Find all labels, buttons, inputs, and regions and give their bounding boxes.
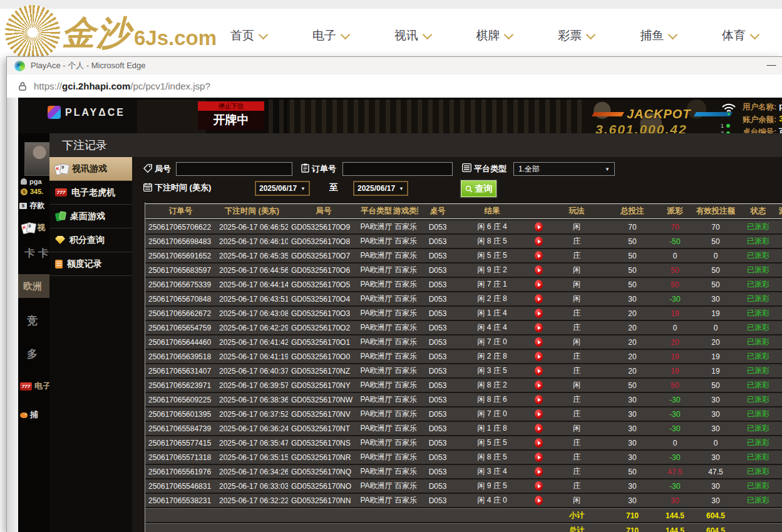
chevron-down-icon xyxy=(586,29,596,39)
cell-result: 闲 5 庄 5 xyxy=(457,249,527,262)
slots-fragment[interactable]: 777 电子 xyxy=(20,381,51,392)
card-games-fragment[interactable]: 卡 卡 xyxy=(24,246,49,260)
platform-select[interactable]: 1.全部 ▼ xyxy=(513,162,615,176)
coin-icon: $ xyxy=(21,188,28,195)
sidebar-item-桌面游戏[interactable]: 桌面游戏 xyxy=(49,205,132,228)
deposit-button[interactable]: $ 存款 xyxy=(19,200,44,211)
replay-icon[interactable] xyxy=(535,265,543,275)
cell-status: 已派彩 xyxy=(743,451,774,464)
cell-platform: PA欧洲厅 xyxy=(359,335,393,349)
cell-status: 已派彩 xyxy=(743,292,774,305)
replay-icon[interactable] xyxy=(535,467,543,476)
replay-icon[interactable] xyxy=(535,438,543,448)
window-titlebar[interactable]: PlayAce - 个人 - Microsoft Edge — xyxy=(7,57,782,74)
sun-logo-icon xyxy=(5,5,60,60)
nav-item-棋牌[interactable]: 棋牌 xyxy=(476,28,512,44)
replay-icon[interactable] xyxy=(535,323,543,332)
subtotal-cell: 710 xyxy=(604,508,661,522)
multi-table-fragment[interactable]: 多 xyxy=(27,347,38,361)
nav-item-彩票[interactable]: 彩票 xyxy=(558,28,594,44)
url-bar[interactable]: https://gci.2hhapi.com/pc/pcv1/index.jsp… xyxy=(7,74,782,98)
cell-platform: PA欧洲厅 xyxy=(359,393,393,406)
cell-payout: -50 xyxy=(661,235,689,248)
search-button-label: 查询 xyxy=(475,183,493,195)
cell-payout: 19 xyxy=(661,364,689,377)
cell-result: 闲 1 庄 4 xyxy=(457,307,527,320)
replay-icon[interactable] xyxy=(535,381,543,390)
cell-table-no: D053 xyxy=(418,350,457,363)
replay-icon[interactable] xyxy=(535,453,543,462)
cell-result: 闲 7 庄 0 xyxy=(457,407,527,421)
replay-icon[interactable] xyxy=(535,366,543,376)
cell-result: 闲 3 庄 5 xyxy=(457,364,527,377)
cell-result: 闲 8 庄 2 xyxy=(457,379,527,392)
cell-payout: 0 xyxy=(661,436,689,449)
replay-icon[interactable] xyxy=(535,237,543,246)
video-tab-fragment[interactable]: K9 视 xyxy=(22,222,45,233)
replay-icon[interactable] xyxy=(535,309,543,318)
replay-icon[interactable] xyxy=(535,496,543,505)
table-row: 2506170656753392025-06-17 06:44:14GD0532… xyxy=(145,278,782,291)
cell-replay xyxy=(527,307,550,320)
nav-item-体育[interactable]: 体育 xyxy=(722,28,758,44)
cell-round-id: GD053256170O2 xyxy=(288,321,359,334)
replay-icon[interactable] xyxy=(535,251,543,260)
order-input[interactable] xyxy=(342,162,453,176)
cell-replay xyxy=(527,436,550,449)
europe-hall-tab[interactable]: 欧洲 xyxy=(18,274,49,298)
grand-total-cell: 总计 xyxy=(550,523,604,532)
replay-icon[interactable] xyxy=(535,352,543,361)
jackpot-label: JACKPOT xyxy=(627,107,691,121)
nav-item-捕鱼[interactable]: 捕鱼 xyxy=(640,28,676,44)
round-input[interactable] xyxy=(176,162,292,176)
sidebar-item-电子老虎机[interactable]: 777电子老虎机 xyxy=(49,181,132,205)
cell-platform: PA欧洲厅 xyxy=(359,364,393,377)
edge-browser-icon xyxy=(14,61,25,71)
sidebar-item-视讯游戏[interactable]: K9视讯游戏 xyxy=(49,157,132,181)
sidebar-item-积分查询[interactable]: 积分查询 xyxy=(49,228,132,252)
table-row: 2506170656444602025-06-17 06:41:42GD0532… xyxy=(145,335,782,349)
subtotal-cell xyxy=(145,508,216,522)
cell-platform: PA欧洲厅 xyxy=(359,235,393,248)
replay-icon[interactable] xyxy=(535,222,543,232)
minimize-button[interactable]: — xyxy=(763,57,780,74)
replay-icon[interactable] xyxy=(535,424,543,433)
cell-pad xyxy=(774,321,782,334)
cell-table-no: D053 xyxy=(418,465,457,478)
cell-platform: PA欧洲厅 xyxy=(359,220,393,233)
replay-icon[interactable] xyxy=(535,337,543,347)
replay-icon[interactable] xyxy=(535,409,543,419)
cell-bet-time: 2025-06-17 06:35:15 xyxy=(216,451,288,464)
cell-bet-time: 2025-06-17 06:45:35 xyxy=(216,249,288,262)
cell-valid-bet: 30 xyxy=(689,422,743,435)
replay-icon[interactable] xyxy=(535,280,543,289)
nav-item-视讯[interactable]: 视讯 xyxy=(394,28,431,44)
cell-play-type: 闲 xyxy=(550,220,604,233)
race-tab-fragment[interactable]: 竞 xyxy=(27,314,38,328)
fishing-fragment[interactable]: 捕 xyxy=(20,409,38,421)
cell-payout: -30 xyxy=(661,393,689,406)
site-logo[interactable]: 金沙 6Js.com xyxy=(5,5,217,60)
nav-item-电子[interactable]: 电子 xyxy=(312,28,349,44)
replay-icon[interactable] xyxy=(535,294,543,304)
sidebar-item-额度记录[interactable]: 额度记录 xyxy=(49,252,132,276)
subtotal-cell xyxy=(216,508,288,522)
replay-icon[interactable] xyxy=(535,395,543,404)
cell-platform: PA欧洲厅 xyxy=(359,379,393,392)
subtotal-cell xyxy=(393,508,418,522)
cell-result: 闲 8 庄 5 xyxy=(457,235,527,248)
cell-game-type: 百家乐 xyxy=(393,335,418,349)
replay-icon[interactable] xyxy=(535,481,543,491)
search-button[interactable]: 查询 xyxy=(461,180,496,197)
nav-item-首页[interactable]: 首页 xyxy=(230,28,267,44)
date-to-picker[interactable]: 2025/06/17 ▼ xyxy=(353,181,408,196)
cell-bet-time: 2025-06-17 06:46:10 xyxy=(216,235,288,248)
edge-window: PlayAce - 个人 - Microsoft Edge — https://… xyxy=(6,56,782,532)
cell-order-id: 250617065561976 xyxy=(145,465,216,478)
cell-game-type: 百家乐 xyxy=(393,220,418,233)
cards-icon: K9 xyxy=(55,164,68,174)
dealer-avatar xyxy=(24,142,52,176)
cell-order-id: 250617065601395 xyxy=(145,407,216,421)
date-from-picker[interactable]: 2025/06/17 ▼ xyxy=(255,181,310,196)
betting-status-block: 停止下注 开牌中 xyxy=(198,101,264,130)
